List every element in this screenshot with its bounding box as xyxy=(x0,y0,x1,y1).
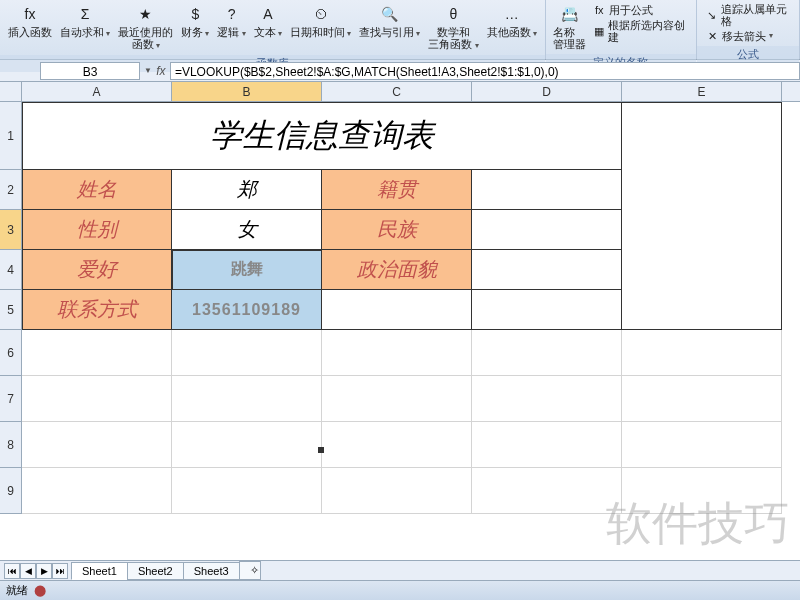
insert-function-button[interactable]: fx插入函数 xyxy=(4,2,56,40)
cell-A8[interactable] xyxy=(22,422,172,468)
macro-record-icon[interactable]: ⬤ xyxy=(34,584,46,597)
text-button[interactable]: A文本 ▾ xyxy=(250,2,286,41)
spreadsheet-grid[interactable]: ABCDE 123456789 学生信息查询表姓名郑籍贯性别女民族爱好跳舞政治面… xyxy=(0,82,800,540)
cell-B3[interactable]: 女 xyxy=(172,210,322,250)
show-formulas-icon: fx xyxy=(592,3,606,17)
financial-button[interactable]: $财务 ▾ xyxy=(177,2,213,41)
namebox-dropdown-icon[interactable]: ▼ xyxy=(144,66,152,75)
name-manager-button[interactable]: 📇 名称 管理器 xyxy=(550,2,588,52)
cell-D5[interactable] xyxy=(472,290,622,330)
status-bar: 就绪 ⬤ xyxy=(0,580,800,600)
sheet-tab-Sheet1[interactable]: Sheet1 xyxy=(71,562,128,580)
recent-icon: ★ xyxy=(135,4,157,26)
select-all-corner[interactable] xyxy=(0,82,22,102)
row-header-9[interactable]: 9 xyxy=(0,468,21,514)
cell-E6[interactable] xyxy=(622,330,782,376)
cell-C2[interactable]: 籍贯 xyxy=(322,170,472,210)
tab-nav-last[interactable]: ⏭ xyxy=(52,563,68,579)
fill-handle[interactable] xyxy=(318,447,324,453)
cell-A6[interactable] xyxy=(22,330,172,376)
new-sheet-button[interactable]: ✧ xyxy=(239,561,261,580)
cell-B4[interactable]: 跳舞 xyxy=(172,250,322,290)
cell-B6[interactable] xyxy=(172,330,322,376)
cell-B9[interactable] xyxy=(172,468,322,514)
tab-nav-prev[interactable]: ◀ xyxy=(20,563,36,579)
logical-button[interactable]: ?逻辑 ▾ xyxy=(213,2,249,41)
lookup-button[interactable]: 🔍查找与引用 ▾ xyxy=(355,2,424,41)
cell-A5[interactable]: 联系方式 xyxy=(22,290,172,330)
tab-nav-next[interactable]: ▶ xyxy=(36,563,52,579)
tab-nav-first[interactable]: ⏮ xyxy=(4,563,20,579)
cell-D9[interactable] xyxy=(472,468,622,514)
cell-A3[interactable]: 性别 xyxy=(22,210,172,250)
row-header-5[interactable]: 5 xyxy=(0,290,21,330)
recent-button[interactable]: ★最近使用的 函数 ▾ xyxy=(114,2,177,53)
trace-dependents-button[interactable]: ↘追踪从属单元格 xyxy=(701,2,795,28)
row-headers: 123456789 xyxy=(0,102,22,514)
cell-E8[interactable] xyxy=(622,422,782,468)
cell-C5[interactable] xyxy=(322,290,472,330)
datetime-icon: ⏲ xyxy=(310,4,332,26)
cell-B2[interactable]: 郑 xyxy=(172,170,322,210)
sheet-tab-Sheet3[interactable]: Sheet3 xyxy=(183,562,240,580)
autosum-icon: Σ xyxy=(74,4,96,26)
math-button[interactable]: θ数学和 三角函数 ▾ xyxy=(424,2,482,53)
row-header-8[interactable]: 8 xyxy=(0,422,21,468)
col-header-A[interactable]: A xyxy=(22,82,172,101)
remove-arrows-button[interactable]: ✕移去箭头▾ xyxy=(701,28,795,44)
col-header-C[interactable]: C xyxy=(322,82,472,101)
sheet-tab-Sheet2[interactable]: Sheet2 xyxy=(127,562,184,580)
row-header-3[interactable]: 3 xyxy=(0,210,21,250)
row-header-2[interactable]: 2 xyxy=(0,170,21,210)
row-header-1[interactable]: 1 xyxy=(0,102,21,170)
cell-C4[interactable]: 政治面貌 xyxy=(322,250,472,290)
cell-A9[interactable] xyxy=(22,468,172,514)
insert-function-icon: fx xyxy=(19,4,41,26)
cell-D3[interactable] xyxy=(472,210,622,250)
row-header-7[interactable]: 7 xyxy=(0,376,21,422)
formula-bar: B3 ▼ fx =VLOOKUP($B$2,Sheet2!$A:$G,MATCH… xyxy=(0,60,800,82)
sheet-tab-bar: ⏮ ◀ ▶ ⏭ Sheet1Sheet2Sheet3 ✧ xyxy=(0,560,800,580)
status-text: 就绪 xyxy=(6,583,28,598)
show-formulas-button[interactable]: fx用于公式 xyxy=(588,2,692,18)
cell-D4[interactable] xyxy=(472,250,622,290)
cell-D2[interactable] xyxy=(472,170,622,210)
fx-icon[interactable]: fx xyxy=(152,64,170,78)
cell-D6[interactable] xyxy=(472,330,622,376)
cell-A7[interactable] xyxy=(22,376,172,422)
col-header-B[interactable]: B xyxy=(172,82,322,101)
cell-B5[interactable]: 13561109189 xyxy=(172,290,322,330)
create-from-selection-button[interactable]: ▦根据所选内容创建 xyxy=(588,18,692,44)
cell-C6[interactable] xyxy=(322,330,472,376)
cell-C8[interactable] xyxy=(322,422,472,468)
cell-A4[interactable]: 爱好 xyxy=(22,250,172,290)
cell-E7[interactable] xyxy=(622,376,782,422)
name-box[interactable]: B3 xyxy=(40,62,140,80)
create-from-selection-icon: ▦ xyxy=(592,24,605,38)
autosum-button[interactable]: Σ自动求和 ▾ xyxy=(56,2,114,41)
title-cell[interactable]: 学生信息查询表 xyxy=(22,102,622,170)
col-header-D[interactable]: D xyxy=(472,82,622,101)
cell-A2[interactable]: 姓名 xyxy=(22,170,172,210)
datetime-button[interactable]: ⏲日期和时间 ▾ xyxy=(286,2,355,41)
cell-C3[interactable]: 民族 xyxy=(322,210,472,250)
row-header-6[interactable]: 6 xyxy=(0,330,21,376)
more-icon: … xyxy=(501,4,523,26)
financial-icon: $ xyxy=(184,4,206,26)
cell-C7[interactable] xyxy=(322,376,472,422)
cell-E-merged[interactable] xyxy=(622,102,782,330)
more-button[interactable]: …其他函数 ▾ xyxy=(483,2,541,41)
cell-B7[interactable] xyxy=(172,376,322,422)
col-header-E[interactable]: E xyxy=(622,82,782,101)
remove-arrows-icon: ✕ xyxy=(705,29,719,43)
cell-D8[interactable] xyxy=(472,422,622,468)
text-icon: A xyxy=(257,4,279,26)
trace-dependents-icon: ↘ xyxy=(705,8,718,22)
cell-C9[interactable] xyxy=(322,468,472,514)
lookup-icon: 🔍 xyxy=(379,4,401,26)
formula-input[interactable]: =VLOOKUP($B$2,Sheet2!$A:$G,MATCH(Sheet1!… xyxy=(170,62,800,80)
cell-D7[interactable] xyxy=(472,376,622,422)
row-header-4[interactable]: 4 xyxy=(0,250,21,290)
cell-E9[interactable] xyxy=(622,468,782,514)
cell-B8[interactable] xyxy=(172,422,322,468)
